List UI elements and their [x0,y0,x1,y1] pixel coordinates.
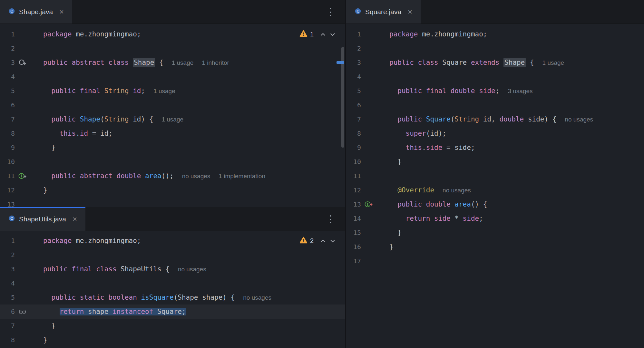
close-icon[interactable]: × [59,8,64,16]
code-line[interactable]: 7 } [0,319,345,333]
line-number[interactable]: 8 [346,126,361,140]
prev-problem-chevron-up-icon[interactable] [319,31,327,38]
line-number[interactable]: 12 [346,183,361,197]
code-line[interactable]: 4 [0,70,345,84]
impl-up-gutter-icon[interactable] [361,197,389,211]
next-problem-chevron-down-icon[interactable] [329,237,336,245]
impl-down-gutter-icon[interactable] [15,169,43,183]
line-number[interactable]: 2 [0,41,15,55]
code-line[interactable]: 6 [346,98,644,112]
line-number[interactable]: 8 [0,126,15,140]
line-number[interactable]: 13 [0,197,15,207]
code-line[interactable]: 4 [0,276,345,290]
line-number[interactable]: 4 [0,70,15,84]
line-number[interactable]: 3 [0,55,15,70]
line-number[interactable]: 5 [0,84,15,98]
code-line[interactable]: 1package me.zhongmingmao; [346,27,644,41]
line-number[interactable]: 15 [346,226,361,240]
code-line[interactable]: 3public class Square extends Shape {1 us… [346,55,644,70]
code-line[interactable]: 6 return shape instanceof Square; [0,304,345,319]
line-number[interactable]: 3 [0,262,15,276]
code-line[interactable]: 17 [346,254,644,268]
code-line[interactable]: 13 [0,197,345,207]
usage-hint[interactable]: 1 usage [172,59,194,66]
code-line[interactable]: 10 [0,155,345,169]
code-line[interactable]: 6 [0,98,345,112]
line-number[interactable]: 17 [346,254,361,268]
close-icon[interactable]: × [73,215,77,223]
code-line[interactable]: 5 public static boolean isSquare(Shape s… [0,290,345,304]
line-number[interactable]: 9 [346,140,361,155]
code-line[interactable]: 1package me.zhongmingmao; [0,27,345,41]
code-line[interactable]: 2 [346,41,644,55]
code-line[interactable]: 12 @Overrideno usages [346,183,644,197]
line-number[interactable]: 6 [0,98,15,112]
code-line[interactable]: 14 return side * side; [346,211,644,226]
code-line[interactable]: 5 public final String id;1 usage [0,84,345,98]
code-line[interactable]: 2 [0,248,345,262]
usage-hint[interactable]: no usages [565,116,593,123]
line-number[interactable]: 8 [0,333,15,347]
usage-hint[interactable]: 1 usage [153,88,175,94]
tab-shapeutils-java[interactable]: C ShapeUtils.java × [0,207,85,231]
usage-hint[interactable]: 1 usage [542,59,564,66]
line-number[interactable]: 14 [346,211,361,226]
line-number[interactable]: 11 [0,169,15,183]
code-line[interactable]: 1package me.zhongmingmao; [0,234,345,248]
code-line[interactable]: 10 } [346,155,644,169]
line-number[interactable]: 1 [346,27,361,41]
usage-hint[interactable]: 1 usage [161,116,183,123]
prev-problem-chevron-up-icon[interactable] [319,237,327,245]
code-line[interactable]: 11 public abstract double area();no usag… [0,169,345,183]
code-line[interactable]: 3public abstract class Shape {1 usage1 i… [0,55,345,70]
line-number[interactable]: 5 [0,290,15,304]
code-line[interactable]: 12} [0,183,345,197]
line-number[interactable]: 2 [346,41,361,55]
tab-square-java[interactable]: C Square.java × [346,0,421,24]
code-line[interactable]: 9 } [0,140,345,155]
line-number[interactable]: 10 [346,155,361,169]
kebab-menu-icon[interactable]: ⋮ [326,214,336,224]
kebab-menu-icon[interactable]: ⋮ [326,7,336,17]
line-number[interactable]: 1 [0,27,15,41]
code-line[interactable]: 15 } [346,226,644,240]
code-line[interactable]: 8} [0,333,345,347]
code-line[interactable]: 11 [346,169,644,183]
usage-hint[interactable]: no usages [178,266,206,273]
usage-hint[interactable]: no usages [443,187,471,194]
code-line[interactable]: 4 [346,70,644,84]
line-number[interactable]: 4 [0,276,15,290]
line-number[interactable]: 9 [0,140,15,155]
line-number[interactable]: 7 [0,112,15,126]
code-line[interactable]: 7 public Square(String id, double side) … [346,112,644,126]
line-number[interactable]: 12 [0,183,15,197]
line-number[interactable]: 10 [0,155,15,169]
line-number[interactable]: 7 [346,112,361,126]
close-icon[interactable]: × [408,8,412,16]
line-number[interactable]: 16 [346,240,361,254]
code-line[interactable]: 9 this.side = side; [346,140,644,155]
code-line[interactable]: 8 this.id = id; [0,126,345,140]
line-number[interactable]: 5 [346,84,361,98]
line-number[interactable]: 13 [346,197,361,211]
usage-hint[interactable]: no usages [243,294,271,301]
tab-shape-java[interactable]: C Shape.java × [0,0,72,24]
subclass-gutter-icon[interactable] [15,55,43,70]
code-line[interactable]: 16} [346,240,644,254]
line-number[interactable]: 3 [346,55,361,70]
line-number[interactable]: 4 [346,70,361,84]
line-number[interactable]: 7 [0,319,15,333]
code-line[interactable]: 2 [0,41,345,55]
glasses-gutter-icon[interactable] [15,304,43,319]
error-stripe-mark[interactable] [337,61,344,64]
line-number[interactable]: 1 [0,234,15,248]
code-line[interactable]: 8 super(id); [346,126,644,140]
code-line[interactable]: 13 public double area() { [346,197,644,211]
usage-hint[interactable]: no usages [182,173,210,179]
code-line[interactable]: 3public final class ShapeUtils {no usage… [0,262,345,276]
line-number[interactable]: 2 [0,248,15,262]
line-number[interactable]: 6 [346,98,361,112]
usage-hint[interactable]: 3 usages [508,88,532,94]
usage-hint[interactable]: 1 implementation [219,173,265,179]
usage-hint[interactable]: 1 inheritor [202,59,229,66]
